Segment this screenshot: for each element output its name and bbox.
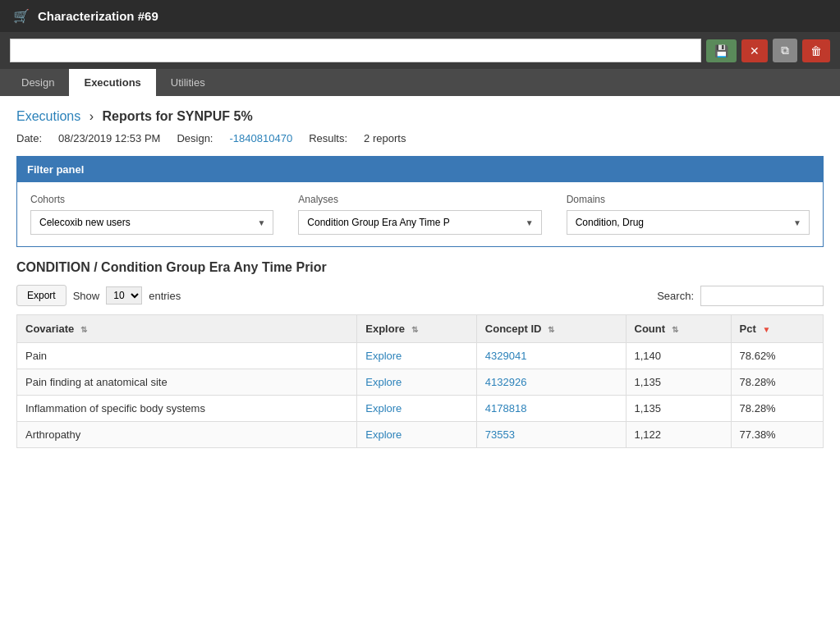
cell-explore: Explore (357, 396, 477, 422)
col-explore[interactable]: Explore ⇅ (357, 315, 477, 343)
results-value: 2 reports (364, 132, 406, 144)
cell-concept-id: 73553 (476, 422, 626, 448)
cell-count: 1,135 (626, 369, 731, 396)
concept-id-link[interactable]: 4329041 (485, 350, 527, 362)
table-controls-left: Export Show 10 entries (16, 285, 181, 306)
tab-utilities[interactable]: Utilities (156, 69, 220, 96)
explore-link[interactable]: Explore (365, 350, 402, 362)
cohorts-select[interactable]: Celecoxib new users (30, 210, 273, 235)
meta-info: Date: 08/23/2019 12:53 PM Design: -18408… (16, 132, 824, 144)
concept-id-link[interactable]: 4178818 (485, 402, 527, 414)
table-row: Pain finding at anatomical site Explore … (17, 369, 824, 396)
col-concept-id[interactable]: Concept ID ⇅ (476, 315, 626, 343)
concept-id-link[interactable]: 73553 (485, 428, 515, 441)
concept-id-link[interactable]: 4132926 (485, 376, 527, 388)
table-row: Arthropathy Explore 73553 1,122 77.38% (17, 422, 824, 448)
explore-link[interactable]: Explore (365, 376, 402, 388)
cell-count: 1,122 (626, 422, 731, 448)
filter-cohorts: Cohorts Celecoxib new users (30, 194, 273, 235)
breadcrumb: Executions › Reports for SYNPUF 5% (16, 109, 824, 124)
date-label: Date: (16, 132, 42, 144)
cell-pct: 78.62% (731, 343, 823, 369)
filter-panel-body: Cohorts Celecoxib new users Analyses Con… (17, 182, 823, 246)
save-button[interactable]: 💾 (706, 39, 737, 62)
filter-panel: Filter panel Cohorts Celecoxib new users… (16, 156, 824, 247)
app-header: 🛒 Characterization #69 (0, 0, 840, 32)
results-label: Results: (309, 132, 347, 144)
cell-explore: Explore (357, 369, 477, 396)
table-controls: Export Show 10 entries Search: (16, 285, 824, 306)
cell-concept-id: 4329041 (476, 343, 626, 369)
breadcrumb-link[interactable]: Executions (16, 109, 80, 123)
pct-sort-icon: ▼ (762, 325, 770, 334)
breadcrumb-current: Reports for SYNPUF 5% (103, 109, 253, 123)
cell-count: 1,135 (626, 396, 731, 422)
domains-select-wrapper: Condition, Drug (567, 210, 810, 235)
analyses-select[interactable]: Condition Group Era Any Time P (298, 210, 541, 235)
table-row: Pain Explore 4329041 1,140 78.62% (17, 343, 824, 369)
cohorts-label: Cohorts (30, 194, 273, 205)
filter-analyses: Analyses Condition Group Era Any Time P (298, 194, 541, 235)
col-count[interactable]: Count ⇅ (626, 315, 731, 343)
cell-count: 1,140 (626, 343, 731, 369)
cell-covariate: Inflammation of specific body systems (17, 396, 357, 422)
cell-pct: 77.38% (731, 422, 823, 448)
table-header: Covariate ⇅ Explore ⇅ Concept ID ⇅ Count… (17, 315, 824, 343)
cell-covariate: Pain finding at anatomical site (17, 369, 357, 396)
app-title: Characterization #69 (38, 9, 158, 23)
concept-id-sort-icon: ⇅ (548, 325, 554, 334)
export-button[interactable]: Export (16, 285, 67, 306)
filter-domains: Domains Condition, Drug (567, 194, 810, 235)
table-row: Inflammation of specific body systems Ex… (17, 396, 824, 422)
filter-row: Cohorts Celecoxib new users Analyses Con… (30, 194, 810, 235)
tabs-bar: Design Executions Utilities (0, 69, 840, 96)
analyses-label: Analyses (298, 194, 541, 205)
analyses-select-wrapper: Condition Group Era Any Time P (298, 210, 541, 235)
table-body: Pain Explore 4329041 1,140 78.62% Pain f… (17, 343, 824, 448)
clear-button[interactable]: ✕ (741, 39, 768, 62)
search-area: Search: (657, 286, 824, 306)
cell-concept-id: 4178818 (476, 396, 626, 422)
entries-select[interactable]: 10 (106, 286, 142, 305)
explore-sort-icon: ⇅ (411, 325, 418, 334)
section-title: CONDITION / Condition Group Era Any Time… (16, 260, 824, 275)
copy-button[interactable]: ⧉ (773, 39, 797, 62)
characterization-name-input[interactable]: Celecoxib new users characterization (10, 39, 701, 62)
cell-pct: 78.28% (731, 369, 823, 396)
delete-button[interactable]: 🗑 (802, 39, 830, 62)
main-content: Executions › Reports for SYNPUF 5% Date:… (0, 96, 840, 461)
count-sort-icon: ⇅ (672, 325, 678, 334)
cell-concept-id: 4132926 (476, 369, 626, 396)
design-label: Design: (177, 132, 213, 144)
cohorts-select-wrapper: Celecoxib new users (30, 210, 273, 235)
col-covariate[interactable]: Covariate ⇅ (17, 315, 357, 343)
cell-covariate: Arthropathy (17, 422, 357, 448)
col-pct[interactable]: Pct ▼ (731, 315, 823, 343)
data-table: Covariate ⇅ Explore ⇅ Concept ID ⇅ Count… (16, 314, 824, 448)
breadcrumb-separator: › (90, 109, 94, 123)
toolbar: Celecoxib new users characterization 💾 ✕… (0, 32, 840, 69)
cell-explore: Explore (357, 422, 477, 448)
covariate-sort-icon: ⇅ (80, 325, 87, 334)
cell-covariate: Pain (17, 343, 357, 369)
tab-executions[interactable]: Executions (69, 69, 155, 96)
design-link[interactable]: -1840810470 (229, 132, 292, 144)
tab-design[interactable]: Design (7, 69, 69, 96)
show-label: Show (73, 290, 100, 302)
cell-explore: Explore (357, 343, 477, 369)
explore-link[interactable]: Explore (365, 428, 402, 441)
date-value: 08/23/2019 12:53 PM (58, 132, 160, 144)
entries-label: entries (149, 290, 181, 302)
filter-panel-title: Filter panel (27, 163, 84, 176)
cell-pct: 78.28% (731, 396, 823, 422)
explore-link[interactable]: Explore (365, 402, 402, 414)
search-label: Search: (657, 290, 694, 302)
domains-select[interactable]: Condition, Drug (567, 210, 810, 235)
search-input[interactable] (700, 286, 824, 306)
domains-label: Domains (567, 194, 810, 205)
filter-panel-header: Filter panel (17, 157, 823, 182)
cart-icon: 🛒 (13, 8, 30, 24)
